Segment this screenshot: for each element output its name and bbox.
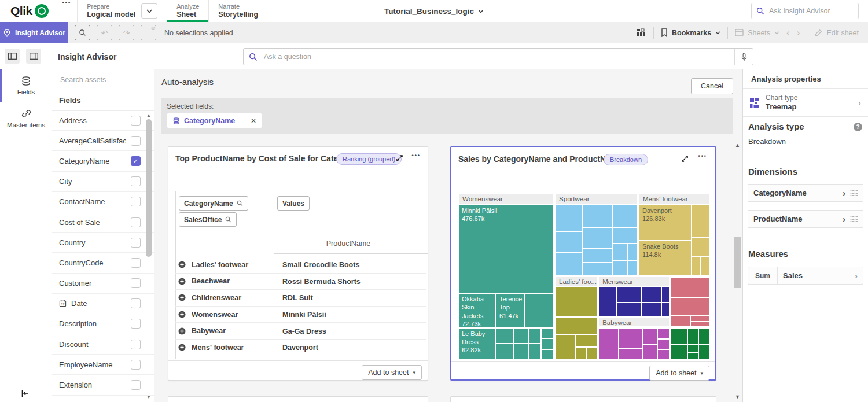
treemap-cell[interactable] (690, 316, 709, 321)
treemap-cell[interactable] (671, 277, 709, 297)
field-row[interactable]: Country (52, 233, 154, 253)
prepare-dropdown-button[interactable] (141, 3, 157, 19)
treemap-cell[interactable] (616, 287, 641, 303)
chip-close-icon[interactable]: ✕ (251, 117, 256, 125)
field-checkbox[interactable] (131, 319, 141, 329)
treemap-cell[interactable] (529, 344, 542, 360)
category-cell[interactable]: Babywear (192, 327, 226, 335)
main-scrollbar-thumb[interactable] (734, 237, 741, 288)
treemap-cell[interactable] (513, 328, 528, 344)
treemap-cell[interactable] (698, 328, 709, 345)
treemap-cell[interactable] (628, 260, 638, 276)
ask-question-box[interactable] (243, 48, 753, 65)
treemap-cell[interactable] (583, 205, 613, 227)
treemap-cell[interactable]: Minnki Pälsii476.67k (458, 205, 554, 293)
treemap-cell[interactable] (555, 287, 597, 318)
treemap-cell[interactable] (575, 334, 597, 347)
analysis-card-partial[interactable] (168, 396, 428, 402)
redo-selection-button[interactable]: ↷ (119, 25, 134, 40)
treemap-cell[interactable] (583, 248, 613, 263)
expand-row-icon[interactable] (178, 278, 186, 285)
treemap-cell[interactable] (583, 227, 613, 248)
search-assets-input[interactable] (59, 75, 147, 84)
treemap-cell[interactable]: Snake Boots114.8k (639, 241, 692, 276)
next-sheet-button[interactable]: › (797, 28, 800, 38)
rail-tab-master-items[interactable]: Master items (0, 102, 52, 135)
cancel-button[interactable]: Cancel (691, 78, 733, 94)
treemap-cell[interactable]: Okkaba Skin Jackets72.73k (458, 293, 496, 328)
category-cell[interactable]: Womenswear (192, 311, 238, 319)
product-cell[interactable]: RDL Suit (282, 294, 313, 302)
field-row[interactable]: CountryCode (52, 253, 154, 273)
treemap-cell[interactable] (671, 297, 709, 316)
field-row[interactable]: Customer (52, 274, 154, 294)
treemap-cell[interactable] (575, 347, 586, 360)
field-row[interactable]: CategoryName✓ (52, 151, 154, 171)
treemap-cell[interactable] (687, 345, 698, 353)
treemap-cell[interactable] (628, 244, 638, 260)
pivot-values-button[interactable]: Values (277, 196, 310, 211)
field-checkbox[interactable] (131, 217, 141, 227)
search-assets-box[interactable] (52, 69, 154, 90)
product-cell[interactable]: Rossi Bermuda Shorts (282, 278, 361, 286)
treemap-cell[interactable] (657, 328, 670, 339)
treemap-cell[interactable] (613, 260, 628, 276)
field-row[interactable]: 12Date (52, 294, 154, 314)
expand-row-icon[interactable] (178, 294, 186, 301)
treemap-cell[interactable] (513, 344, 528, 360)
treemap-cell[interactable] (641, 303, 661, 316)
table-row[interactable]: Mens' footwearDavenport (175, 340, 426, 356)
field-row[interactable]: ContactName (52, 192, 154, 212)
treemap-cell[interactable] (583, 263, 613, 276)
previous-sheet-button[interactable]: ‹ (786, 28, 790, 38)
table-row[interactable]: ChildrenswearRDL Suit (175, 290, 426, 307)
dimension-row-productname[interactable]: ProductName › (748, 210, 863, 228)
treemap-cell[interactable] (692, 256, 700, 276)
category-cell[interactable]: Ladies' footwear (192, 261, 248, 269)
field-row[interactable]: Cost of Sale (52, 212, 154, 233)
treemap-chart[interactable]: WomenswearMinnki Pälsii476.67kOkkaba Ski… (458, 194, 709, 360)
treemap-cell[interactable] (671, 328, 687, 345)
treemap-cell[interactable] (671, 345, 687, 360)
collapse-panel-button[interactable] (21, 389, 29, 397)
edit-sheet-button[interactable]: Edit sheet (814, 29, 859, 37)
bookmarks-button[interactable]: Bookmarks (661, 28, 720, 37)
treemap-cell[interactable]: Terence Top61.47k (496, 293, 525, 328)
voice-input-button[interactable] (734, 49, 753, 65)
treemap-cell[interactable]: Le Baby Dress62.82k (458, 328, 496, 360)
treemap-cell[interactable] (598, 328, 619, 360)
drag-handle-icon[interactable] (850, 216, 858, 222)
treemap-cell[interactable] (555, 231, 583, 253)
category-cell[interactable]: Mens' footwear (192, 344, 244, 352)
treemap-cell[interactable] (692, 238, 709, 256)
treemap-cell[interactable] (641, 287, 661, 303)
toggle-right-panel-button[interactable] (26, 49, 41, 64)
product-cell[interactable]: Davenport (282, 344, 318, 352)
nav-tab-analyze[interactable]: Analyze Sheet (167, 0, 208, 22)
treemap-cell[interactable] (555, 334, 575, 360)
expand-row-icon[interactable] (178, 327, 186, 335)
product-cell[interactable]: Ga-Ga Dress (282, 327, 326, 335)
app-title-menu[interactable]: Tutorial_Business_logic (384, 0, 484, 22)
treemap-cell[interactable] (661, 287, 670, 303)
treemap-cell[interactable] (692, 205, 709, 238)
product-cell[interactable]: Minnki Pälsii (282, 311, 326, 319)
add-to-sheet-button[interactable]: Add to sheet ▾ (362, 365, 422, 380)
field-checkbox[interactable] (131, 136, 141, 146)
measure-aggregation[interactable]: Sum (748, 267, 778, 284)
table-row[interactable]: BeachwearRossi Bermuda Shorts (175, 274, 426, 290)
field-checkbox[interactable] (131, 360, 141, 370)
scroll-down-icon[interactable]: ▼ (735, 394, 740, 400)
more-options-button[interactable]: ••• (698, 153, 707, 159)
field-checkbox[interactable] (131, 278, 141, 288)
dimension-row-categoryname[interactable]: CategoryName › (748, 184, 863, 202)
field-row[interactable]: Extension (52, 375, 154, 395)
add-to-sheet-button[interactable]: Add to sheet ▾ (649, 366, 709, 381)
table-row[interactable]: Ladies' footwearSmall Crocodile Boots (175, 257, 426, 274)
treemap-cell[interactable] (555, 205, 583, 231)
field-checkbox[interactable]: ✓ (131, 156, 141, 166)
treemap-cell[interactable] (642, 328, 657, 345)
pivot-dim-button-categoryname[interactable]: CategoryName (179, 196, 248, 211)
treemap-cell[interactable] (700, 256, 709, 276)
field-row[interactable]: Address (52, 110, 154, 131)
